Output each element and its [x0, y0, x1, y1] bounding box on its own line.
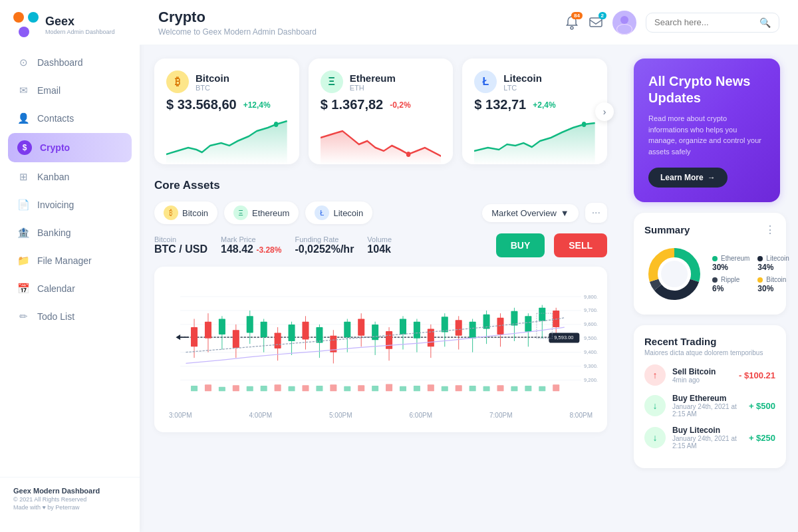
bitcoin-card: ₿ Bitcoin BTC $ 33.568,60 +12,4% [154, 59, 299, 164]
svg-point-4 [620, 16, 628, 24]
litecoin-name: Litecoin [503, 72, 542, 84]
donut-row: Ethereum 30% Litecoin 34% Ripple 6% Bi [644, 244, 775, 304]
svg-rect-75 [539, 308, 545, 321]
recent-trading-card: Recent Trading Maiores dicta atque dolor… [634, 325, 786, 468]
tab-ethereum[interactable]: Ξ Ethereum [224, 201, 299, 224]
ethereum-chart [321, 118, 442, 164]
buy-ethereum-amount: + $500 [749, 401, 775, 411]
tab-bitcoin-icon: ₿ [164, 205, 178, 220]
messages-button[interactable]: 2 [589, 15, 603, 30]
volume-label: Volume [367, 235, 392, 243]
time-3pm: 3:00PM [169, 412, 192, 419]
search-input[interactable] [654, 17, 754, 27]
time-8pm: 8:00PM [570, 412, 593, 419]
legend-litecoin: Litecoin 34% [757, 255, 789, 272]
mark-price-change: -3.28% [256, 245, 281, 255]
summary-menu-button[interactable]: ⋮ [765, 223, 775, 236]
recent-trading-title: Recent Trading [644, 336, 775, 347]
svg-rect-31 [233, 330, 239, 348]
sidebar-item-todo[interactable]: ✏ Todo List [8, 303, 132, 330]
sidebar-item-kanban[interactable]: ⊞ Kanban [8, 164, 132, 190]
next-card-button[interactable]: › [595, 102, 614, 121]
candlestick-chart: 9,800.00 9,700.00 9,600.00 9,500.00 9,40… [154, 267, 607, 432]
notifications-button[interactable]: 84 [565, 15, 579, 30]
ethereum-symbol: ETH [350, 84, 396, 92]
ethereum-name-group: Ethereum ETH [350, 72, 396, 92]
contacts-icon: 👤 [17, 112, 29, 124]
donut-legend: Ethereum 30% Litecoin 34% Ripple 6% Bi [712, 255, 789, 293]
market-overview-dropdown[interactable]: Market Overview ▼ [482, 204, 578, 222]
buy-ethereum-time: January 24th, 2021 at 2:15 AM [672, 403, 742, 418]
tab-ethereum-icon: Ξ [233, 205, 248, 220]
tab-litecoin-icon: Ł [315, 205, 329, 220]
bitcoin-card-header: ₿ Bitcoin BTC [166, 70, 287, 93]
buy-ethereum-arrow-icon: ↓ [644, 395, 666, 416]
more-options-button[interactable]: ··· [585, 203, 607, 223]
sidebar-footer: Geex Modern Dashboard © 2021 All Rights … [0, 477, 140, 520]
tab-litecoin[interactable]: Ł Litecoin [305, 201, 372, 224]
tab-bitcoin[interactable]: ₿ Bitcoin [154, 201, 217, 224]
buy-button[interactable]: BUY [496, 233, 545, 257]
ethereum-icon: Ξ [321, 70, 343, 93]
sell-button[interactable]: SELL [554, 233, 607, 257]
sidebar-item-banking[interactable]: 🏦 Banking [8, 219, 132, 246]
sidebar-label-crypto: Crypto [40, 142, 70, 153]
summary-card: Summary ⋮ [634, 213, 786, 315]
mark-price-info: Mark Price 148.42 -3.28% [221, 235, 281, 255]
invoicing-icon: 📄 [17, 199, 29, 211]
email-icon: ✉ [17, 84, 29, 96]
svg-rect-90 [358, 385, 364, 391]
svg-text:9,300.00: 9,300.00 [584, 363, 598, 369]
sell-bitcoin-details: Sell Bitcoin 4min ago [672, 367, 732, 384]
buy-litecoin-details: Buy Litecoin January 24th, 2021 at 2:15 … [672, 426, 742, 450]
sidebar-item-invoicing[interactable]: 📄 Invoicing [8, 192, 132, 218]
summary-title: Summary [644, 224, 690, 235]
svg-text:9,200.00: 9,200.00 [584, 377, 598, 383]
page-subtitle: Welcome to Geex Modern Admin Dashboard [158, 27, 554, 37]
core-assets-tabs: ₿ Bitcoin Ξ Ethereum Ł Litecoin Market O… [154, 201, 607, 224]
svg-point-114 [661, 261, 688, 287]
litecoin-card-header: Ł Litecoin LTC [474, 70, 595, 93]
svg-rect-80 [219, 387, 225, 392]
legend-ripple: Ripple 6% [712, 276, 749, 293]
calendar-icon: 📅 [17, 283, 29, 295]
right-panel: All Crypto News Updates Read more about … [622, 45, 798, 532]
mark-price-label: Mark Price [221, 235, 281, 243]
sidebar-item-crypto[interactable]: $ Crypto [8, 133, 132, 162]
sidebar-label-kanban: Kanban [37, 172, 69, 182]
bitcoin-icon: ₿ [166, 70, 189, 93]
svg-rect-91 [372, 386, 378, 391]
svg-rect-25 [191, 327, 198, 346]
search-bar[interactable]: 🔍 [646, 13, 779, 33]
user-avatar[interactable] [612, 11, 636, 35]
sidebar-item-calendar[interactable]: 📅 Calendar [8, 275, 132, 302]
news-card: All Crypto News Updates Read more about … [634, 59, 780, 202]
buy-litecoin-arrow-icon: ↓ [644, 427, 666, 448]
sidebar-item-email[interactable]: ✉ Email [8, 77, 132, 104]
ethereum-card-header: Ξ Ethereum ETH [321, 70, 442, 93]
funding-rate-value: -0,0252%/hr [295, 243, 354, 255]
news-title: All Crypto News Updates [648, 73, 765, 106]
buy-litecoin-name: Buy Litecoin [672, 426, 742, 435]
svg-marker-109 [176, 334, 180, 340]
learn-more-button[interactable]: Learn More → [648, 168, 728, 188]
litecoin-chart [474, 118, 595, 164]
sidebar-label-file-manager: File Manager [37, 255, 92, 266]
nav-items: ⊙ Dashboard ✉ Email 👤 Contacts $ Crypto … [0, 49, 140, 470]
sidebar-label-invoicing: Invoicing [37, 200, 74, 210]
time-6pm: 6:00PM [410, 412, 432, 419]
svg-rect-81 [233, 385, 239, 391]
sidebar-label-dashboard: Dashboard [37, 57, 83, 68]
sidebar-item-dashboard[interactable]: ⊙ Dashboard [8, 49, 132, 76]
volume-value: 104k [367, 243, 392, 255]
buy-litecoin-amount: + $250 [749, 433, 775, 443]
svg-point-5 [617, 25, 632, 34]
svg-rect-92 [386, 384, 392, 391]
sidebar-item-file-manager[interactable]: 📁 File Manager [8, 247, 132, 274]
svg-rect-78 [191, 386, 198, 391]
buy-ethereum-details: Buy Ethereum January 24th, 2021 at 2:15 … [672, 394, 742, 418]
bitcoin-symbol: BTC [196, 84, 229, 92]
sidebar-label-banking: Banking [37, 227, 71, 238]
sidebar-item-contacts[interactable]: 👤 Contacts [8, 105, 132, 132]
svg-rect-87 [316, 386, 323, 391]
